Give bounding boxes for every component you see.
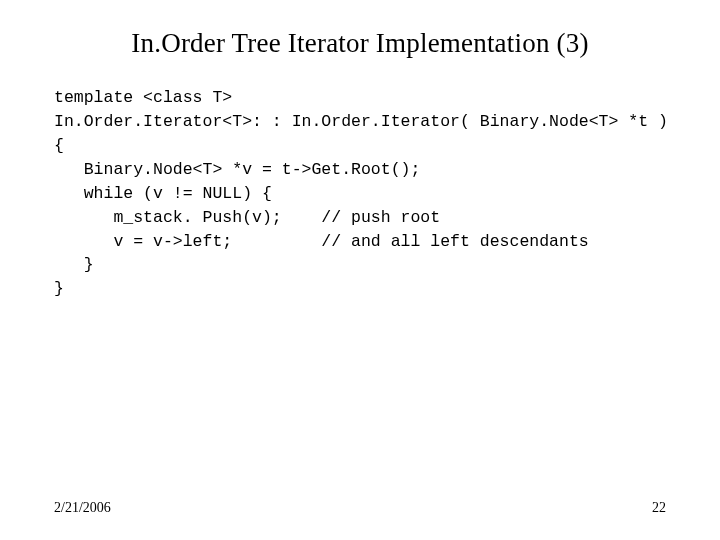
code-block: template <class T> In.Order.Iterator<T>:…: [54, 86, 680, 301]
footer-page-number: 22: [652, 500, 666, 516]
footer-date: 2/21/2006: [54, 500, 111, 516]
code-line: while (v != NULL) {: [54, 184, 272, 203]
code-line: In.Order.Iterator<T>: : In.Order.Iterato…: [54, 112, 668, 131]
code-line: {: [54, 136, 64, 155]
slide: In.Order Tree Iterator Implementation (3…: [0, 0, 720, 540]
code-line: Binary.Node<T> *v = t->Get.Root();: [54, 160, 420, 179]
code-line: template <class T>: [54, 88, 232, 107]
slide-title: In.Order Tree Iterator Implementation (3…: [0, 28, 720, 59]
code-line: }: [54, 255, 94, 274]
code-line: }: [54, 279, 64, 298]
code-line: v = v->left; // and all left descendants: [54, 232, 589, 251]
code-line: m_stack. Push(v); // push root: [54, 208, 440, 227]
